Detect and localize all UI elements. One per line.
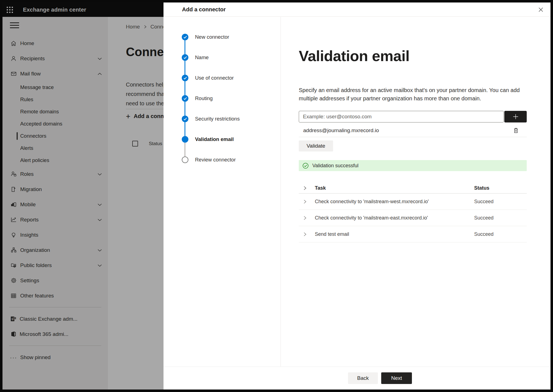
success-check-icon (302, 163, 309, 169)
panel-footer: Back Next (163, 367, 551, 390)
delete-address-button[interactable] (512, 127, 520, 134)
task-column-header: Task (315, 185, 474, 191)
step-check-icon (182, 54, 188, 61)
step-connector-line (185, 81, 185, 96)
screen: Exchange admin center Home Recipients (2, 2, 551, 390)
expand-all-chevron[interactable] (299, 186, 315, 190)
table-row: Check connectivity to 'mailstream-west.m… (299, 194, 527, 210)
success-banner: Validation successful (299, 160, 527, 171)
back-button[interactable]: Back (348, 372, 378, 384)
added-address-row: address@journaling.mxrecord.io (299, 124, 527, 137)
expand-row-chevron[interactable] (299, 216, 315, 220)
step-security-restrictions[interactable]: Security restrictions (182, 116, 240, 122)
step-use-of-connector[interactable]: Use of connector (182, 75, 234, 81)
table-row: Check connectivity to 'mailstream-east.m… (299, 210, 527, 226)
step-check-icon (182, 75, 188, 81)
email-address-input[interactable] (299, 111, 504, 122)
task-cell: Check connectivity to 'mailstream-west.m… (315, 199, 474, 205)
expand-row-chevron[interactable] (299, 199, 315, 204)
status-cell: Succeed (474, 231, 527, 237)
validate-button[interactable]: Validate (299, 140, 333, 151)
step-upcoming-dot (182, 156, 188, 163)
step-review-connector[interactable]: Review connector (182, 156, 236, 163)
step-connector-line (185, 61, 185, 75)
success-banner-text: Validation successful (312, 163, 359, 169)
step-connector-line (185, 143, 185, 157)
panel-header: Add a connector (163, 2, 551, 17)
chevron-right-icon (303, 186, 307, 190)
wizard-steps: New connector Name Use of connector Rout… (163, 17, 281, 390)
status-cell: Succeed (474, 215, 527, 221)
table-header-row: Task Status (299, 183, 527, 194)
step-connector-line (185, 40, 185, 55)
chevron-right-icon (303, 199, 307, 204)
step-connector-line (185, 122, 185, 137)
address-list-divider (299, 137, 527, 137)
page-description: Specify an email address for an active m… (299, 86, 528, 103)
add-connector-panel: Add a connector New connector Name Us (163, 2, 551, 390)
modal-overlay (2, 2, 163, 390)
close-icon (538, 7, 544, 13)
step-current-dot (182, 136, 188, 143)
step-connector-line (185, 102, 185, 116)
step-new-connector[interactable]: New connector (182, 34, 229, 40)
added-address: address@journaling.mxrecord.io (303, 127, 512, 134)
chevron-right-icon (303, 232, 307, 237)
task-cell: Check connectivity to 'mailstream-east.m… (315, 215, 474, 221)
step-check-icon (182, 116, 188, 122)
table-row: Send test email Succeed (299, 226, 527, 242)
status-cell: Succeed (474, 199, 527, 205)
validation-task-table: Task Status Check connectivity to 'mails… (299, 183, 527, 242)
step-check-icon (182, 34, 188, 40)
trash-icon (513, 127, 519, 134)
step-name[interactable]: Name (182, 54, 209, 61)
page-title: Validation email (299, 47, 551, 64)
close-button[interactable] (537, 6, 544, 13)
wizard-content: Validation email Specify an email addres… (281, 17, 551, 367)
step-check-icon (182, 95, 188, 102)
expand-row-chevron[interactable] (299, 232, 315, 237)
panel-title: Add a connector (182, 6, 226, 13)
step-validation-email[interactable]: Validation email (182, 136, 234, 143)
add-address-button[interactable] (504, 111, 527, 122)
step-routing[interactable]: Routing (182, 95, 213, 102)
next-button[interactable]: Next (381, 372, 412, 384)
chevron-right-icon (303, 216, 307, 220)
plus-icon (512, 113, 519, 120)
status-column-header: Status (474, 185, 527, 191)
task-cell: Send test email (315, 231, 474, 237)
